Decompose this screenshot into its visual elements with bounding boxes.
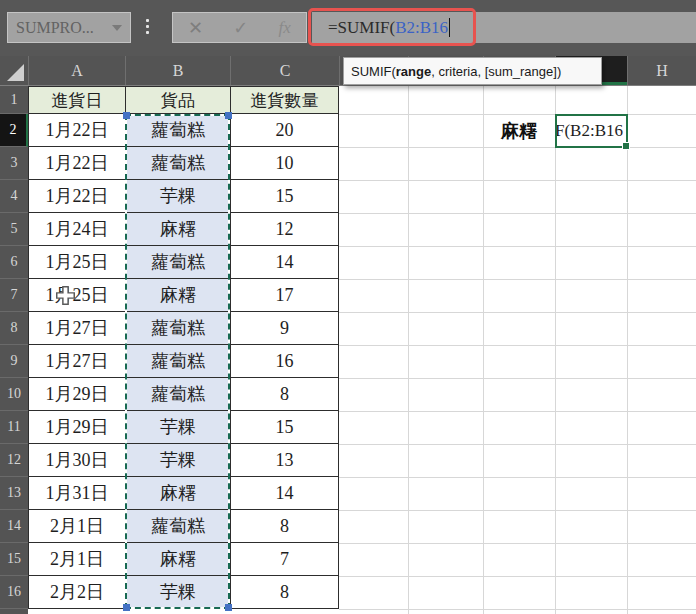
cell-date[interactable]: 2月1日	[28, 510, 125, 543]
cell-date[interactable]: 1月22日	[28, 180, 125, 213]
cell-item[interactable]: 蘿蔔糕	[125, 510, 230, 543]
column-header-b[interactable]: B	[125, 56, 230, 85]
table-row: 6 1月25日 蘿蔔糕 14	[0, 246, 339, 279]
cell-item[interactable]: 麻糬	[125, 279, 230, 312]
table-row: 9 1月27日 蘿蔔糕 16	[0, 345, 339, 378]
cell-qty[interactable]: 8	[230, 576, 339, 609]
cell-qty[interactable]: 7	[230, 543, 339, 576]
row-header[interactable]: 4	[0, 180, 28, 213]
text-caret	[449, 18, 450, 37]
row-header[interactable]: 7	[0, 279, 28, 312]
cell-item[interactable]: 麻糬	[125, 543, 230, 576]
criteria-cell[interactable]: 麻糬	[483, 114, 555, 147]
cell-date[interactable]: 1月29日	[28, 411, 125, 444]
cell-qty[interactable]: 12	[230, 213, 339, 246]
cell-item[interactable]: 麻糬	[125, 213, 230, 246]
cell-item[interactable]: 蘿蔔糕	[125, 246, 230, 279]
function-hint-tooltip: SUMIF(range, criteria, [sum_range])	[343, 57, 602, 85]
cell-item[interactable]: 蘿蔔糕	[125, 147, 230, 180]
table-row: 2 1月22日 蘿蔔糕 20	[0, 114, 339, 147]
cell-qty-header[interactable]: 進貨數量	[230, 86, 339, 114]
cell-date[interactable]: 2月1日	[28, 543, 125, 576]
cell-item[interactable]: 蘿蔔糕	[125, 312, 230, 345]
cancel-icon[interactable]: ✕	[188, 17, 203, 39]
row-header[interactable]: 13	[0, 477, 28, 510]
cell-qty[interactable]: 8	[230, 510, 339, 543]
column-header-h[interactable]: H	[627, 56, 696, 85]
cell-qty[interactable]: 8	[230, 378, 339, 411]
cell-qty[interactable]: 15	[230, 180, 339, 213]
cell-item[interactable]: 蘿蔔糕	[125, 378, 230, 411]
enter-icon[interactable]: ✓	[233, 17, 248, 39]
row-header[interactable]: 14	[0, 510, 28, 543]
row-header[interactable]: 9	[0, 345, 28, 378]
cell-item[interactable]: 芋粿	[125, 576, 230, 609]
chevron-down-icon[interactable]	[112, 25, 122, 31]
cell-qty[interactable]: 15	[230, 411, 339, 444]
cell-qty[interactable]: 20	[230, 114, 339, 147]
cell-date[interactable]: 1月27日	[28, 312, 125, 345]
cell-date[interactable]: 1月29日	[28, 378, 125, 411]
row-header[interactable]: 12	[0, 444, 28, 477]
tooltip-rest: , criteria, [sum_range])	[431, 64, 561, 79]
insert-function-icon[interactable]: fx	[279, 18, 291, 38]
row-header[interactable]: 11	[0, 411, 28, 444]
formula-input[interactable]: =SUMIF(B2:B16	[312, 12, 696, 43]
row-header[interactable]: 8	[0, 312, 28, 345]
cell-item[interactable]: 麻糬	[125, 477, 230, 510]
cell-date[interactable]: 1月25日	[28, 279, 125, 312]
cell-item[interactable]: 芋粿	[125, 411, 230, 444]
table-row: 11 1月29日 芋粿 15	[0, 411, 339, 444]
row-header[interactable]: 10	[0, 378, 28, 411]
cell-item[interactable]: 芋粿	[125, 444, 230, 477]
row-header[interactable]: 1	[0, 86, 28, 114]
cell-qty[interactable]: 16	[230, 345, 339, 378]
cell-qty[interactable]: 14	[230, 246, 339, 279]
cell-date[interactable]: 2月2日	[28, 576, 125, 609]
table-row: 16 2月2日 芋粿 8	[0, 576, 339, 609]
formula-text: =SUMIF(	[328, 18, 395, 38]
formula-bar-drag-handle-icon[interactable]	[146, 19, 149, 34]
active-cell-editing[interactable]: =SUMIF(B2:B16	[555, 114, 628, 148]
name-box[interactable]: SUMPRO...	[7, 12, 131, 43]
formula-range-ref: B2:B16	[395, 18, 448, 38]
formula-bar-strip: SUMPRO... ✕ ✓ fx =SUMIF(B2:B16	[0, 0, 696, 56]
cell-date[interactable]: 1月27日	[28, 345, 125, 378]
table-row: 15 2月1日 麻糬 7	[0, 543, 339, 576]
gridlines-vertical	[339, 86, 696, 614]
formula-buttons-panel: ✕ ✓ fx	[172, 12, 307, 43]
cell-date[interactable]: 1月24日	[28, 213, 125, 246]
row-header[interactable]: 15	[0, 543, 28, 576]
table-row: 12 1月30日 芋粿 13	[0, 444, 339, 477]
cell-qty[interactable]: 10	[230, 147, 339, 180]
name-box-value: SUMPRO...	[8, 19, 112, 37]
cell-date[interactable]: 1月30日	[28, 444, 125, 477]
cell-qty[interactable]: 13	[230, 444, 339, 477]
cell-qty[interactable]: 17	[230, 279, 339, 312]
row-header-active[interactable]: 2	[0, 114, 28, 147]
row-header[interactable]: 3	[0, 147, 28, 180]
cell-date[interactable]: 1月22日	[28, 147, 125, 180]
table-row: 3 1月22日 蘿蔔糕 10	[0, 147, 339, 180]
row-header[interactable]: 16	[0, 576, 28, 609]
cell-qty[interactable]: 14	[230, 477, 339, 510]
column-header-a[interactable]: A	[28, 56, 125, 85]
row-header[interactable]: 5	[0, 213, 28, 246]
cell-qty[interactable]: 9	[230, 312, 339, 345]
cell-item[interactable]: 蘿蔔糕	[125, 345, 230, 378]
table-row: 13 1月31日 麻糬 14	[0, 477, 339, 510]
cell-item[interactable]: 芋粿	[125, 180, 230, 213]
row-header[interactable]: 6	[0, 246, 28, 279]
cell-date[interactable]: 1月25日	[28, 246, 125, 279]
column-header-c[interactable]: C	[230, 56, 339, 85]
cell-item[interactable]: 蘿蔔糕	[125, 114, 230, 147]
row-header-sliver	[0, 609, 28, 614]
cell-date[interactable]: 1月22日	[28, 114, 125, 147]
cell-item-header[interactable]: 貨品	[125, 86, 230, 114]
tooltip-current-arg: range	[396, 64, 431, 79]
select-all-corner[interactable]	[0, 56, 28, 85]
cell-date-header[interactable]: 進貨日	[28, 86, 125, 114]
table-row: 8 1月27日 蘿蔔糕 9	[0, 312, 339, 345]
cell-date[interactable]: 1月31日	[28, 477, 125, 510]
fill-handle[interactable]	[622, 142, 630, 150]
